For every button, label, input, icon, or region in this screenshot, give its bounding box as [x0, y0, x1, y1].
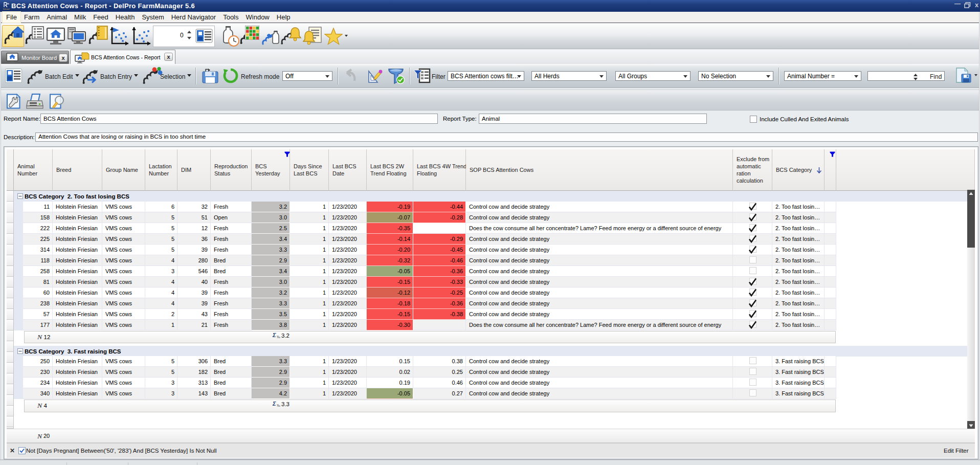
svg-text:DeLaval: DeLaval [3, 8, 10, 10]
svg-text:ʦ: ʦ [7, 2, 9, 5]
